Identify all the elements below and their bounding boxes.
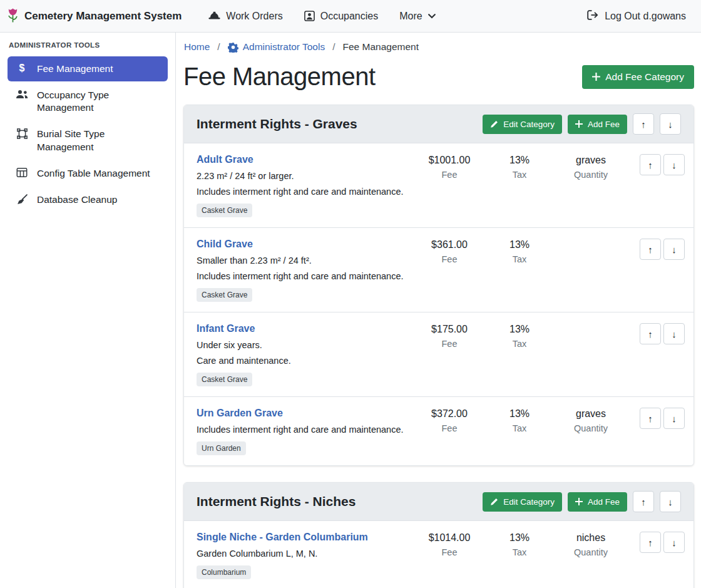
- fee-descriptions: Includes interment right and care and ma…: [197, 425, 409, 435]
- top-navbar: Cemetery Management System Work Orders: [0, 0, 701, 33]
- pencil-icon: [490, 120, 498, 128]
- fee-amount-cell: $361.00 Fee: [414, 239, 484, 264]
- fee-tax: 13%: [489, 408, 550, 420]
- fee-row: Adult Grave 2.23 m² / 24 ft² or larger.I…: [184, 143, 693, 227]
- fee-quantity-cell: [555, 239, 627, 243]
- move-fee-up-button[interactable]: ↑: [640, 408, 661, 429]
- sidebar-item-label: Config Table Management: [37, 167, 150, 180]
- fee-description: Under six years.: [197, 340, 409, 350]
- sidebar-item-fee-management[interactable]: $ Fee Management: [8, 56, 168, 81]
- move-fee-up-button[interactable]: ↑: [640, 239, 661, 260]
- brand-title: Cemetery Management System: [24, 10, 182, 23]
- edit-category-button[interactable]: Edit Category: [483, 492, 562, 512]
- nav-item-work-orders[interactable]: Work Orders: [198, 11, 293, 22]
- move-fee-down-button[interactable]: ↓: [663, 239, 685, 260]
- arrow-up-icon: ↑: [641, 497, 646, 507]
- sidebar-item-label: Fee Management: [37, 63, 113, 75]
- tulip-logo-icon: [6, 8, 19, 24]
- breadcrumb-home-link[interactable]: Home: [184, 41, 210, 53]
- sidebar-item-label: Database Cleanup: [37, 193, 117, 206]
- category-header: Interment Rights - Niches Edit Category …: [184, 483, 693, 521]
- fee-quantity-cell: graves Quantity: [555, 154, 627, 180]
- fee-amount-label: Fee: [414, 423, 484, 433]
- fee-name-link[interactable]: Urn Garden Grave: [197, 408, 283, 418]
- arrow-down-icon: ↓: [668, 119, 673, 130]
- fee-amount-label: Fee: [414, 547, 484, 557]
- move-category-down-button[interactable]: ↓: [660, 491, 681, 512]
- breadcrumb-separator: /: [217, 41, 220, 53]
- sidebar-item-database-cleanup[interactable]: Database Cleanup: [8, 187, 168, 212]
- move-fee-down-button[interactable]: ↓: [663, 532, 685, 553]
- categories-container: Interment Rights - Graves Edit Category …: [183, 105, 694, 588]
- move-fee-down-button[interactable]: ↓: [663, 154, 685, 175]
- arrow-down-icon: ↓: [672, 160, 677, 170]
- fee-name-link[interactable]: Single Niche - Garden Columbarium: [197, 532, 368, 542]
- gear-icon: [228, 42, 238, 53]
- edit-category-label: Edit Category: [503, 120, 555, 129]
- nav-item-label: Occupancies: [320, 11, 379, 22]
- fee-tax: 13%: [489, 532, 550, 544]
- fee-info: Single Niche - Garden Columbarium Garden…: [197, 532, 409, 579]
- category-title: Interment Rights - Graves: [197, 116, 357, 132]
- sidebar-item-label: Occupancy Type Management: [37, 89, 160, 114]
- fee-quantity-label: Quantity: [555, 170, 627, 180]
- arrow-down-icon: ↓: [672, 413, 677, 424]
- fee-quantity-cell: [555, 323, 627, 328]
- add-fee-category-button[interactable]: Add Fee Category: [582, 65, 694, 89]
- app-brand[interactable]: Cemetery Management System: [6, 8, 182, 24]
- arrow-up-icon: ↑: [641, 119, 646, 130]
- dollar-icon: $: [15, 63, 29, 73]
- fee-description: Care and maintenance.: [197, 356, 409, 366]
- nav-item-occupancies[interactable]: Occupancies: [294, 11, 389, 22]
- breadcrumb-admin-tools-label: Administrator Tools: [243, 41, 325, 53]
- fee-tax-label: Tax: [489, 339, 550, 349]
- fee-tax-cell: 13% Tax: [489, 323, 550, 349]
- chevron-down-icon: [428, 14, 436, 19]
- fee-type-badge: Casket Grave: [197, 288, 252, 302]
- edit-category-button[interactable]: Edit Category: [483, 115, 562, 134]
- fee-description: Smaller than 2.23 m² / 24 ft².: [197, 255, 409, 266]
- move-fee-down-button[interactable]: ↓: [663, 323, 685, 344]
- arrow-down-icon: ↓: [668, 497, 673, 507]
- move-category-up-button[interactable]: ↑: [633, 113, 654, 135]
- sidebar-item-config-table-management[interactable]: Config Table Management: [8, 161, 168, 186]
- fee-name-link[interactable]: Infant Grave: [197, 323, 255, 334]
- move-fee-up-button[interactable]: ↑: [640, 532, 661, 553]
- move-category-up-button[interactable]: ↑: [633, 491, 654, 512]
- arrow-down-icon: ↓: [672, 537, 677, 548]
- logout-icon: [587, 10, 599, 23]
- fee-description: Includes interment right and care and ma…: [197, 187, 409, 197]
- fee-name-link[interactable]: Child Grave: [197, 239, 253, 249]
- fee-amount: $1014.00: [414, 532, 484, 544]
- breadcrumb-current: Fee Management: [343, 41, 419, 53]
- move-fee-up-button[interactable]: ↑: [640, 323, 661, 344]
- sidebar-item-occupancy-type-management[interactable]: Occupancy Type Management: [8, 83, 168, 120]
- fee-descriptions: Garden Columbarium L, M, N.: [197, 549, 409, 559]
- fee-description: Garden Columbarium L, M, N.: [197, 549, 409, 559]
- breadcrumb-admin-tools-link[interactable]: Administrator Tools: [228, 41, 325, 53]
- fee-descriptions: 2.23 m² / 24 ft² or larger.Includes inte…: [197, 171, 409, 197]
- fee-amount-cell: $175.00 Fee: [414, 323, 484, 349]
- fee-row-arrows: ↑ ↓: [632, 532, 685, 553]
- nav-item-more[interactable]: More: [389, 11, 446, 22]
- fee-description: 2.23 m² / 24 ft² or larger.: [197, 171, 409, 181]
- fee-amount: $1001.00: [414, 155, 484, 166]
- add-fee-button[interactable]: Add Fee: [568, 492, 627, 512]
- fee-tax-label: Tax: [489, 423, 550, 433]
- arrow-down-icon: ↓: [672, 244, 677, 255]
- nav-item-label: Work Orders: [226, 11, 282, 22]
- fee-quantity: niches: [555, 532, 627, 544]
- fee-name-link[interactable]: Adult Grave: [197, 154, 253, 165]
- table-icon: [15, 168, 29, 177]
- move-fee-up-button[interactable]: ↑: [640, 154, 661, 175]
- fee-quantity-cell: graves Quantity: [555, 408, 627, 433]
- fee-info: Urn Garden Grave Includes interment righ…: [197, 408, 409, 455]
- fee-quantity: graves: [555, 155, 627, 166]
- sidebar-item-burial-site-type-management[interactable]: Burial Site Type Management: [8, 121, 168, 159]
- logout-button[interactable]: Log Out d.gowans: [587, 10, 686, 23]
- fee-row-arrows: ↑ ↓: [632, 239, 685, 260]
- move-fee-down-button[interactable]: ↓: [663, 408, 685, 429]
- move-category-down-button[interactable]: ↓: [660, 113, 681, 135]
- add-fee-button[interactable]: Add Fee: [568, 115, 627, 134]
- fee-quantity-label: Quantity: [555, 423, 627, 433]
